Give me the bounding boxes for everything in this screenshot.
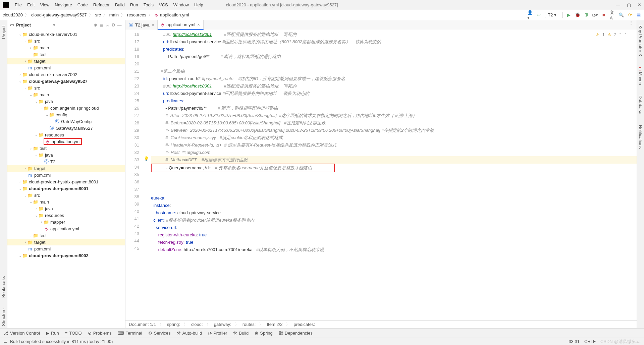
chevron-right-icon[interactable]: ›	[23, 167, 28, 170]
translate-icon[interactable]: 文A	[610, 12, 615, 18]
search-icon[interactable]: 🔍	[619, 12, 624, 18]
code-line[interactable]: service-url:	[151, 224, 637, 231]
tool-auto-build[interactable]: ⚒Auto-build	[177, 331, 202, 336]
tree-item[interactable]: m pom.xml	[7, 64, 125, 71]
code-line[interactable]: defaultZone: http://eureka7001.com:7001/…	[151, 246, 637, 253]
chevron-down-icon[interactable]: ˅	[624, 32, 627, 37]
menu-tools[interactable]: Tools	[141, 2, 156, 7]
code-line[interactable]: #- After=2023-08-27T19:32:02.975+08:00[A…	[151, 112, 637, 119]
chevron-down-icon[interactable]: ⌄	[34, 100, 38, 103]
tool-build[interactable]: ⚒Build	[233, 331, 249, 336]
menu-help[interactable]: Help	[192, 2, 206, 7]
code-line[interactable]: #第二个路由	[151, 68, 637, 75]
locate-icon[interactable]: ⊕	[92, 22, 98, 27]
expand-icon[interactable]: ≣	[98, 22, 104, 27]
crumb[interactable]: cloud2020	[3, 12, 23, 17]
editor-crumb[interactable]: spring:	[167, 322, 180, 327]
tool-todo[interactable]: ≡TODO	[65, 331, 82, 336]
tree-item[interactable]: ⌄📁main	[7, 91, 125, 98]
code-line[interactable]: instance:	[151, 202, 637, 209]
chevron-down-icon[interactable]: ⌄	[34, 214, 38, 217]
chevron-down-icon[interactable]: ⌄	[34, 133, 38, 137]
chevron-down-icon[interactable]: ⌄	[18, 79, 22, 83]
tree-item[interactable]: ⓒ GateWayConfig	[7, 118, 125, 125]
intention-bulb-icon[interactable]: 💡	[144, 156, 149, 161]
tree-item[interactable]: ⌄📁java	[7, 98, 125, 105]
chevron-down-icon[interactable]: ⌄	[40, 106, 44, 110]
code-line[interactable]	[151, 180, 637, 187]
tree-item[interactable]: ⌄📁java	[7, 152, 125, 158]
menu-vcs[interactable]: VCS	[156, 2, 171, 7]
chevron-right-icon[interactable]: ›	[18, 73, 22, 76]
chevron-down-icon[interactable]: ⌄	[23, 193, 28, 197]
code-line[interactable]: client: #服务提供者provider注册进eureka服务列表内	[151, 217, 637, 224]
crumb[interactable]: application.yml	[160, 12, 189, 17]
coverage-icon[interactable]: ⛨	[584, 12, 589, 18]
code-line[interactable]: #- Before=2020-02-05T15:10:03.685+08:00[…	[151, 119, 637, 127]
right-tab-maven[interactable]: m Maven	[637, 65, 644, 87]
profile-icon[interactable]: ◔▾	[592, 12, 598, 18]
tree-item[interactable]: ⬘application.yml	[7, 225, 125, 232]
tree-item[interactable]: ⌄📁com.angenin.springcloud	[7, 105, 125, 111]
maximize-icon[interactable]: ▢	[627, 2, 631, 7]
tree-item[interactable]: ›📁test	[7, 232, 125, 239]
back-icon[interactable]: ↩	[536, 12, 541, 18]
code-line[interactable]: - Path=/payment/get/** # 断言，路径相匹配的进行路由	[151, 53, 637, 60]
minimize-icon[interactable]: —	[616, 2, 620, 7]
code-line[interactable]: - id: payment_routh2 #payment_route #路由的…	[151, 75, 637, 82]
tree-item[interactable]: ⌄📁cloud-gateway-gateway9527	[7, 78, 125, 84]
code-line[interactable]	[151, 187, 637, 194]
code-line[interactable]: register-with-eureka: true	[151, 231, 637, 239]
tool-problems[interactable]: ⊘Problems	[88, 331, 112, 336]
hide-icon[interactable]: —	[116, 22, 122, 27]
menu-run[interactable]: Run	[127, 2, 141, 7]
editor-breadcrumb[interactable]: Document 1/1〉spring:〉cloud:〉gateway:〉rou…	[125, 320, 637, 328]
code-line[interactable]: #uri: http://localhost:8001 #匹配后提供服务的路由地…	[151, 31, 637, 38]
chevron-down-icon[interactable]: ⌄	[45, 113, 49, 117]
code-line[interactable]: predicates:	[151, 97, 637, 105]
chevron-up-icon[interactable]: ˄	[619, 32, 622, 37]
crumb[interactable]: main	[109, 12, 119, 17]
caret-position[interactable]: 33:31	[569, 339, 580, 344]
editor-crumb[interactable]: routes:	[243, 322, 256, 327]
chevron-down-icon[interactable]: ⌄	[23, 39, 28, 43]
project-tree[interactable]: ⌄📁cloud-eureka-server7001⌄📁src›📁main›📁te…	[7, 30, 125, 328]
chevron-right-icon[interactable]: ›	[18, 180, 22, 184]
code-line[interactable]: #uri: http://localhost:8001 #匹配后提供服务的路由地…	[151, 82, 637, 90]
tree-item[interactable]: ⌄📁cloud-provider-payment8001	[7, 185, 125, 192]
tool-terminal[interactable]: ⌨Terminal	[118, 331, 142, 336]
chevron-right-icon[interactable]: ›	[34, 207, 38, 211]
code-line[interactable]	[151, 60, 637, 68]
chevron-down-icon[interactable]: ⌄	[29, 200, 33, 204]
tree-item[interactable]: ⌄📁cloud-provider-payment8002	[7, 252, 125, 259]
tree-item[interactable]: ⓒ GateWayMain9527	[7, 125, 125, 131]
tree-item[interactable]: ⬘application.yml	[7, 138, 125, 145]
tree-item[interactable]: ›📁java	[7, 205, 125, 212]
tool-spring[interactable]: ❀Spring	[255, 331, 273, 336]
crumb[interactable]: src	[95, 12, 101, 17]
tool-profiler[interactable]: ◔Profiler	[208, 331, 227, 336]
code-line[interactable]: - Path=/payment/lb/** # 断言，路径相匹配的进行路由	[151, 105, 637, 112]
right-tab-database[interactable]: Database	[637, 94, 644, 116]
editor-tab[interactable]: ⬘application.yml×	[158, 20, 204, 30]
inspection-widget[interactable]: ⚠1 ⚠2 ˄ ˅	[596, 32, 627, 37]
left-tab-structure[interactable]: Structure	[0, 306, 7, 328]
run-icon[interactable]: ▶	[566, 12, 572, 18]
chevron-down-icon[interactable]: ⌄	[29, 93, 33, 97]
tree-item[interactable]: ⌄📁src	[7, 38, 125, 44]
tree-item[interactable]: ⌄📁src	[7, 192, 125, 198]
editor-crumb[interactable]: Document 1/1	[129, 322, 156, 327]
close-tab-icon[interactable]: ×	[197, 22, 200, 27]
code-line[interactable]: uri: lb://cloud-payment-service #匹配后提供服务…	[151, 38, 637, 46]
code-editor[interactable]: #uri: http://localhost:8001 #匹配后提供服务的路由地…	[148, 30, 637, 320]
tree-item[interactable]: ›📁cloud-eureka-server7002	[7, 71, 125, 78]
tree-item[interactable]: ›📁main	[7, 44, 125, 51]
close-tab-icon[interactable]: ×	[152, 22, 154, 27]
menu-edit[interactable]: Edit	[24, 2, 37, 7]
code-line[interactable]: eureka:	[151, 194, 637, 202]
chevron-down-icon[interactable]: ⌄	[18, 254, 22, 257]
menu-navigate[interactable]: Navigate	[52, 2, 74, 7]
menu-build[interactable]: Build	[112, 2, 127, 7]
tool-run[interactable]: ▶Run	[46, 331, 59, 336]
tree-item[interactable]: ⓒ T2	[7, 158, 125, 165]
